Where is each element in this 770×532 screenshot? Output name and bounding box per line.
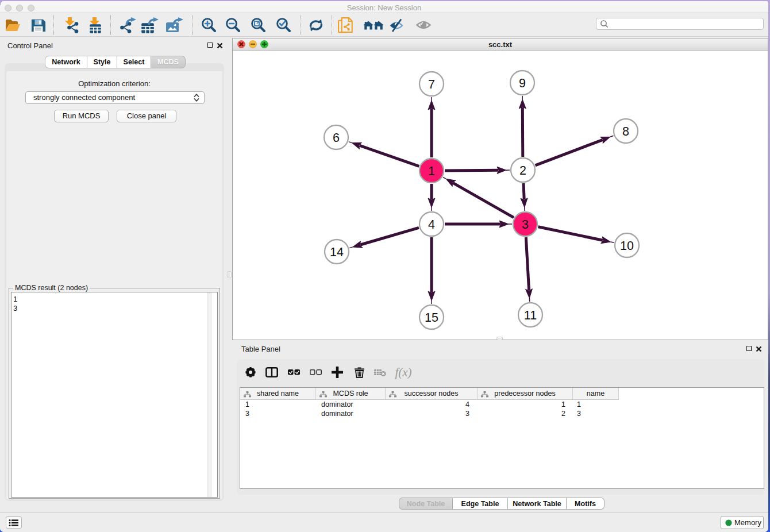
- svg-text:6: 6: [333, 131, 340, 145]
- svg-text:10: 10: [620, 239, 634, 253]
- svg-text:3: 3: [522, 218, 529, 232]
- svg-text:11: 11: [524, 309, 537, 322]
- svg-text:4: 4: [428, 218, 435, 232]
- svg-text:14: 14: [330, 245, 344, 259]
- svg-text:8: 8: [622, 125, 629, 138]
- svg-text:15: 15: [425, 311, 438, 325]
- svg-text:2: 2: [519, 164, 526, 178]
- svg-text:9: 9: [519, 76, 526, 90]
- svg-text:7: 7: [428, 78, 435, 91]
- svg-text:1: 1: [428, 164, 435, 178]
